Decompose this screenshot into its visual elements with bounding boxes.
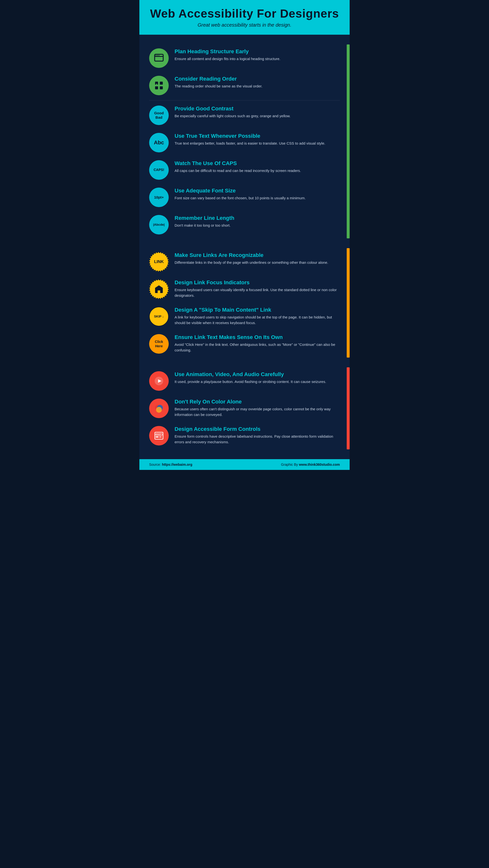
icon-font-size: 10pt+ <box>149 188 169 207</box>
list-item: Design Link Focus Indicators Ensure keyb… <box>139 276 350 303</box>
main-content: Plan Heading Structure Early Ensure all … <box>139 35 350 459</box>
item-title: Watch The Use Of CAPS <box>175 160 337 166</box>
item-desc: Ensure all content and design fits into … <box>175 56 337 62</box>
item-desc: True text enlarges better, loads faster,… <box>175 141 337 146</box>
item-text-line-length: Remember Line Length Don't make it too l… <box>175 215 337 228</box>
page-subtitle: Great web accessibility starts in the de… <box>149 22 340 28</box>
svg-rect-6 <box>160 82 163 85</box>
item-text-contrast: Provide Good Contrast Be especially care… <box>175 105 337 119</box>
item-title: Use True Text Whenever Possible <box>175 133 337 139</box>
item-text-form: Design Accessible Form Controls Ensure f… <box>175 426 337 445</box>
list-item: GoodBad Provide Good Contrast Be especia… <box>139 102 350 129</box>
item-text-links-recognizable: Make Sure Links Are Recognizable Differe… <box>175 252 337 266</box>
icon-browser <box>149 49 169 68</box>
accent-bar-orange <box>347 248 350 358</box>
svg-text:Search: Search <box>156 434 161 435</box>
list-item: Use Animation, Video, And Audio Carefull… <box>139 367 350 395</box>
graphic-label: Graphic By <box>281 463 299 466</box>
item-title: Plan Heading Structure Early <box>175 49 337 55</box>
section-links: LINK Make Sure Links Are Recognizable Di… <box>139 246 350 360</box>
svg-rect-8 <box>160 86 163 89</box>
source-label: Source: <box>149 463 162 466</box>
icon-link: LINK <box>149 252 169 272</box>
item-desc: The reading order should be same as the … <box>175 84 337 89</box>
icon-click-here: ClickHere <box>149 334 169 354</box>
icon-caps: CAPS! <box>149 160 169 180</box>
item-title: Design Accessible Form Controls <box>175 426 337 432</box>
separator <box>149 100 340 101</box>
svg-rect-17 <box>156 436 159 437</box>
item-desc: Because users often can't distinguish or… <box>175 406 337 417</box>
item-title: Consider Reading Order <box>175 76 337 82</box>
item-text-color-alone: Don't Rely On Color Alone Because users … <box>175 399 337 417</box>
item-title: Make Sure Links Are Recognizable <box>175 252 337 258</box>
item-text-focus: Design Link Focus Indicators Ensure keyb… <box>175 279 337 298</box>
item-desc: Don't make it too long or too short. <box>175 223 337 228</box>
item-title: Design A "Skip To Main Content" Link <box>175 307 337 313</box>
item-title: Ensure Link Text Makes Sense On Its Own <box>175 334 337 340</box>
item-text-link-text: Ensure Link Text Makes Sense On Its Own … <box>175 334 337 353</box>
footer-graphic: Graphic By www.think360studio.com <box>281 463 340 466</box>
svg-rect-7 <box>155 86 158 89</box>
section-media: Use Animation, Video, And Audio Carefull… <box>139 365 350 452</box>
graphic-link[interactable]: www.think360studio.com <box>299 463 340 466</box>
item-text-font-size: Use Adequate Font Size Font size can var… <box>175 188 337 201</box>
item-desc: Differentiate links in the body of the p… <box>175 260 337 266</box>
item-title: Provide Good Contrast <box>175 105 337 112</box>
spacer <box>139 241 350 246</box>
item-desc: Ensure keyboard users can visually ident… <box>175 287 337 298</box>
item-desc: Avoid "Click Here" in the link text. Oth… <box>175 342 337 353</box>
item-title: Use Adequate Font Size <box>175 188 337 194</box>
item-desc: Be especially careful with light colours… <box>175 113 337 119</box>
list-item: Don't Rely On Color Alone Because users … <box>139 395 350 422</box>
item-desc: Ensure form controls have descriptive la… <box>175 434 337 445</box>
item-desc: All caps can be difficult to read and ca… <box>175 168 337 174</box>
list-item: ClickHere Ensure Link Text Makes Sense O… <box>139 330 350 358</box>
icon-colors <box>149 399 169 418</box>
footer-source: Source: https://webaim.org <box>149 463 193 466</box>
item-text-true-text: Use True Text Whenever Possible True tex… <box>175 133 337 146</box>
section-typography: Plan Heading Structure Early Ensure all … <box>139 42 350 241</box>
svg-rect-5 <box>155 82 158 85</box>
icon-reading-order <box>149 76 169 95</box>
accent-bar-green <box>347 44 350 238</box>
item-text-animation: Use Animation, Video, And Audio Carefull… <box>175 371 337 385</box>
icon-skip: SKIP ↓ <box>149 307 169 326</box>
list-item: Plan Heading Structure Early Ensure all … <box>139 44 350 72</box>
item-title: Design Link Focus Indicators <box>175 279 337 286</box>
svg-point-3 <box>157 55 158 56</box>
icon-true-text: Abc <box>149 133 169 152</box>
list-item: |Abcde| Remember Line Length Don't make … <box>139 211 350 238</box>
icon-focus <box>149 279 169 299</box>
item-text-caps: Watch The Use Of CAPS All caps can be di… <box>175 160 337 174</box>
svg-rect-14 <box>155 432 163 439</box>
list-item: Abc Use True Text Whenever Possible True… <box>139 129 350 156</box>
list-item: 10pt+ Use Adequate Font Size Font size c… <box>139 184 350 211</box>
item-desc: It used, provide a play/pause button. Av… <box>175 379 337 385</box>
item-title: Remember Line Length <box>175 215 337 221</box>
item-text-skip: Design A "Skip To Main Content" Link A l… <box>175 307 337 326</box>
page-title: Web Accessibility For Designers <box>149 7 340 20</box>
icon-form: Search <box>149 426 169 445</box>
item-text-heading: Plan Heading Structure Early Ensure all … <box>175 49 337 62</box>
item-title: Don't Rely On Color Alone <box>175 399 337 405</box>
header: Web Accessibility For Designers Great we… <box>139 0 350 35</box>
item-title: Use Animation, Video, And Audio Carefull… <box>175 371 337 378</box>
list-item: LINK Make Sure Links Are Recognizable Di… <box>139 248 350 276</box>
list-item: Search Design Accessible Form Controls E… <box>139 422 350 450</box>
footer: Source: https://webaim.org Graphic By ww… <box>139 459 350 470</box>
svg-point-13 <box>156 407 162 413</box>
item-desc: Font size can vary based on the font cho… <box>175 195 337 201</box>
svg-point-2 <box>155 55 156 56</box>
source-link[interactable]: https://webaim.org <box>162 463 192 466</box>
icon-line-length: |Abcde| <box>149 215 169 235</box>
svg-point-4 <box>159 55 160 56</box>
icon-play <box>149 371 169 391</box>
item-desc: A link for keyboard users to skip naviga… <box>175 315 337 326</box>
list-item: CAPS! Watch The Use Of CAPS All caps can… <box>139 156 350 184</box>
spacer <box>139 360 350 365</box>
accent-bar-red <box>347 367 350 450</box>
item-text-reading: Consider Reading Order The reading order… <box>175 76 337 89</box>
list-item: SKIP ↓ Design A "Skip To Main Content" L… <box>139 303 350 330</box>
list-item: Consider Reading Order The reading order… <box>139 72 350 99</box>
